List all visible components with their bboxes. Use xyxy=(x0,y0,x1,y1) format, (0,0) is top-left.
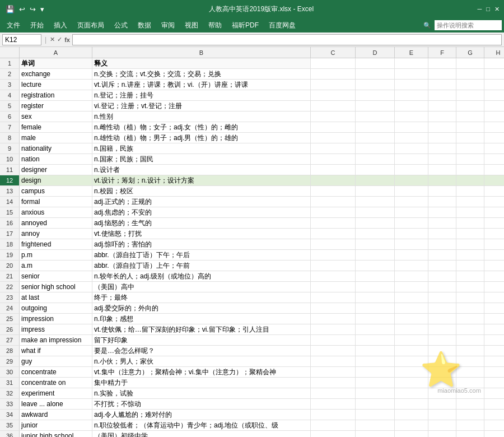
cell-E8[interactable] xyxy=(395,133,428,143)
confirm-formula-icon[interactable]: ✓ xyxy=(57,36,62,43)
cell-G33[interactable] xyxy=(456,399,484,409)
table-row[interactable]: 2exchangen.交换；交流；vt.交换；交流；交易；兑换 xyxy=(0,69,504,80)
cell-a26[interactable]: impress xyxy=(20,324,92,334)
cell-b36[interactable]: （美国）初级中学 xyxy=(92,431,311,437)
menu-foxit[interactable]: 福昕PDF xyxy=(227,20,263,31)
cell-D30[interactable] xyxy=(356,367,395,377)
cell-a11[interactable]: designer xyxy=(20,165,92,175)
cell-b8[interactable]: n.雄性动（植）物；男子；adj.男（性）的；雄的 xyxy=(92,133,311,143)
cell-H30[interactable] xyxy=(484,367,504,377)
cell-D7[interactable] xyxy=(356,122,395,132)
cell-E24[interactable] xyxy=(395,303,428,313)
cell-F34[interactable] xyxy=(428,410,456,420)
table-row[interactable]: 7femalen.雌性动（植）物；女子；adj.女（性）的；雌的 xyxy=(0,122,504,133)
cell-H9[interactable] xyxy=(484,143,504,154)
cell-E5[interactable] xyxy=(395,101,428,111)
cell-F32[interactable] xyxy=(428,388,456,398)
cell-a20[interactable]: a.m xyxy=(20,261,92,271)
cell-H17[interactable] xyxy=(484,229,504,239)
cell-C8[interactable] xyxy=(311,133,356,143)
cell-G17[interactable] xyxy=(456,229,484,239)
cell-F25[interactable] xyxy=(428,314,456,324)
cell-E14[interactable] xyxy=(395,197,428,207)
cell-b32[interactable]: n.实验，试验 xyxy=(92,388,311,398)
table-row[interactable]: 14formaladj.正式的；正规的 xyxy=(0,197,504,207)
cell-G23[interactable] xyxy=(456,292,484,303)
cell-F21[interactable] xyxy=(428,271,456,281)
cell-D8[interactable] xyxy=(356,133,395,143)
cell-D26[interactable] xyxy=(356,324,395,334)
cell-D14[interactable] xyxy=(356,197,395,207)
cell-E9[interactable] xyxy=(395,143,428,154)
menu-insert[interactable]: 插入 xyxy=(49,20,72,31)
cell-a5[interactable]: register xyxy=(20,101,92,111)
redo-icon[interactable]: ↪ xyxy=(29,4,37,15)
cell-C13[interactable] xyxy=(311,186,356,196)
cell-G26[interactable] xyxy=(456,324,484,334)
cell-D36[interactable] xyxy=(356,431,395,437)
cell-b5[interactable]: vi.登记；注册；vt.登记；注册 xyxy=(92,101,311,111)
cell-b6[interactable]: n.性别 xyxy=(92,111,311,122)
cell-E35[interactable] xyxy=(395,420,428,430)
cell-E32[interactable] xyxy=(395,388,428,398)
cell-C19[interactable] xyxy=(311,250,356,260)
cell-G9[interactable] xyxy=(456,143,484,154)
menu-help[interactable]: 帮助 xyxy=(204,20,226,31)
cell-C35[interactable] xyxy=(311,420,356,430)
cell-F9[interactable] xyxy=(428,143,456,154)
cell-G4[interactable] xyxy=(456,90,484,100)
cell-G13[interactable] xyxy=(456,186,484,196)
cell-F35[interactable] xyxy=(428,420,456,430)
cell-b28[interactable]: 要是…会怎么样呢？ xyxy=(92,346,311,356)
cell-a30[interactable]: concentrate xyxy=(20,367,92,377)
cell-F26[interactable] xyxy=(428,324,456,334)
cell-D1[interactable] xyxy=(356,58,395,68)
cell-H32[interactable] xyxy=(484,388,504,398)
cell-E23[interactable] xyxy=(395,292,428,303)
cell-H7[interactable] xyxy=(484,122,504,132)
cell-H23[interactable] xyxy=(484,292,504,303)
cell-b10[interactable]: n.国家；民族；国民 xyxy=(92,154,311,164)
cell-G25[interactable] xyxy=(456,314,484,324)
cell-H27[interactable] xyxy=(484,335,504,345)
cell-F15[interactable] xyxy=(428,207,456,217)
cell-G32[interactable] xyxy=(456,388,484,398)
cell-C16[interactable] xyxy=(311,218,356,228)
cell-H16[interactable] xyxy=(484,218,504,228)
cell-C2[interactable] xyxy=(311,69,356,79)
cell-F18[interactable] xyxy=(428,239,456,249)
cell-D29[interactable] xyxy=(356,356,395,366)
minimize-button[interactable]: ─ xyxy=(478,6,482,13)
cell-F30[interactable] xyxy=(428,367,456,377)
cell-E3[interactable] xyxy=(395,80,428,90)
cell-F29[interactable] xyxy=(428,356,456,366)
cell-H3[interactable] xyxy=(484,80,504,90)
cell-C27[interactable] xyxy=(311,335,356,345)
table-row[interactable]: 34awkwardadj.令人尴尬的；难对付的 xyxy=(0,410,504,420)
cell-C7[interactable] xyxy=(311,122,356,132)
cell-D20[interactable] xyxy=(356,261,395,271)
cell-H13[interactable] xyxy=(484,186,504,196)
cell-b11[interactable]: n.设计者 xyxy=(92,165,311,175)
cell-D11[interactable] xyxy=(356,165,395,175)
cell-a25[interactable]: impression xyxy=(20,314,92,324)
formula-input[interactable] xyxy=(72,34,502,45)
table-row[interactable]: 9nationalityn.国籍，民族 xyxy=(0,143,504,154)
maximize-button[interactable]: □ xyxy=(486,6,490,13)
cell-b4[interactable]: n.登记；注册；挂号 xyxy=(92,90,311,100)
cell-G15[interactable] xyxy=(456,207,484,217)
cell-H34[interactable] xyxy=(484,410,504,420)
table-row[interactable]: 1单词释义 xyxy=(0,58,504,69)
menu-data[interactable]: 数据 xyxy=(133,20,156,31)
cell-E16[interactable] xyxy=(395,218,428,228)
insert-function-icon[interactable]: fx xyxy=(64,36,70,43)
cell-C6[interactable] xyxy=(311,111,356,122)
cell-G22[interactable] xyxy=(456,282,484,292)
cell-G18[interactable] xyxy=(456,239,484,249)
cell-C22[interactable] xyxy=(311,282,356,292)
cell-C5[interactable] xyxy=(311,101,356,111)
cell-F4[interactable] xyxy=(428,90,456,100)
cell-E11[interactable] xyxy=(395,165,428,175)
cell-H35[interactable] xyxy=(484,420,504,430)
table-row[interactable]: 12designvt.设计；筹划；n.设计；设计方案 xyxy=(0,175,504,186)
